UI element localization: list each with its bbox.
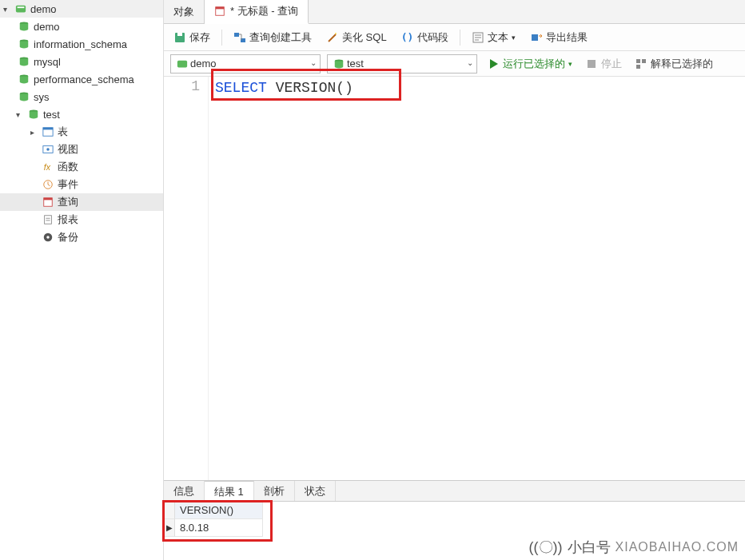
result-panel: 信息 结果 1 剖析 状态 VERSION() ▶ 8.0.18 [164,480,745,560]
backup-icon [40,232,56,243]
sql-editor[interactable]: 1 SELECT VERSION() [164,77,745,480]
database-icon [16,38,32,50]
tab-query[interactable]: * 无标题 - 查询 [205,0,309,24]
db-label: mysql [34,56,61,68]
node-label: 事件 [58,177,78,192]
sql-keyword: SELECT [215,80,267,96]
button-label: 运行已选择的 [503,57,565,71]
schema-selector[interactable]: test ⌄ [327,54,477,73]
result-tab-result1[interactable]: 结果 1 [205,481,254,502]
database-icon [16,73,32,85]
database-icon [26,109,42,120]
line-gutter: 1 [164,77,209,480]
result-tab-status[interactable]: 状态 [295,481,336,501]
query-icon [40,197,56,208]
svg-point-11 [46,148,50,151]
snippet-icon: () [401,31,414,44]
db-node-information-schema[interactable]: information_schema [0,35,163,53]
svg-rect-16 [45,216,52,224]
editor-tabs: 对象 * 无标题 - 查询 [164,0,745,24]
db-node-sys[interactable]: sys [0,88,163,105]
current-row-indicator: ▶ [164,519,175,537]
column-header[interactable]: VERSION() [175,502,263,519]
svg-rect-30 [636,59,640,63]
table-icon [40,126,56,137]
node-label: 表 [58,125,68,139]
explain-icon [635,58,647,70]
reports-node[interactable]: 报表 [0,211,163,228]
svg-rect-31 [642,59,646,63]
backups-node[interactable]: 备份 [0,228,163,246]
node-label: 视图 [58,142,78,157]
svg-rect-0 [16,6,26,13]
separator [221,30,222,46]
separator [460,30,460,46]
database-icon [331,58,347,70]
chevron-down-icon: ⌄ [310,58,317,67]
svg-point-18 [46,236,50,239]
button-label: 导出结果 [546,30,588,45]
result-grid[interactable]: VERSION() ▶ 8.0.18 [164,502,745,560]
code-area[interactable]: SELECT VERSION() [209,77,745,480]
dropdown-icon: ▾ [568,60,572,68]
svg-rect-15 [44,198,53,201]
button-label: 保存 [189,30,210,45]
svg-rect-26 [532,34,538,41]
db-label: sys [34,91,50,103]
db-label: test [43,109,60,121]
events-node[interactable]: 事件 [0,176,163,193]
chevron-down-icon[interactable]: ▾ [3,5,13,14]
save-button[interactable]: 保存 [170,29,213,46]
stop-button[interactable]: 停止 [582,55,625,73]
clock-icon [40,179,56,190]
db-label: performance_schema [34,73,134,85]
snippet-button[interactable]: () 代码段 [398,29,452,46]
text-button[interactable]: 文本 ▾ [468,29,519,46]
run-button[interactable]: 运行已选择的 ▾ [484,55,576,73]
builder-icon [233,31,246,44]
db-node-test[interactable]: ▾ test [0,105,163,123]
sql-function: VERSION() [276,80,353,96]
line-number: 1 [164,78,200,94]
db-node-demo[interactable]: demo [0,18,163,35]
chevron-down-icon: ⌄ [467,58,473,67]
connection-node[interactable]: ▾ demo [0,0,163,18]
database-icon [16,21,32,32]
sidebar: ▾ demo demo information_schema mysql per… [0,0,164,560]
result-tab-profile[interactable]: 剖析 [254,481,295,501]
svg-rect-23 [234,33,239,37]
row-handle [164,502,175,519]
node-label: 报表 [58,212,78,227]
svg-rect-22 [177,33,182,36]
tables-node[interactable]: ▸ 表 [0,123,163,141]
grid-header: VERSION() [164,502,745,519]
chevron-down-icon[interactable]: ▾ [16,110,26,119]
export-button[interactable]: 导出结果 [527,29,591,46]
button-label: 美化 SQL [342,30,387,45]
node-label: 备份 [58,230,78,244]
dropdown-icon: ▾ [512,34,516,42]
connection-icon [174,58,190,70]
database-icon [16,91,32,102]
queries-node[interactable]: 查询 [0,193,163,211]
views-node[interactable]: 视图 [0,141,163,158]
db-node-mysql[interactable]: mysql [0,53,163,70]
tab-objects[interactable]: 对象 [164,0,205,23]
button-label: 停止 [601,57,622,71]
database-selector[interactable]: demo ⌄ [170,54,321,73]
explain-button[interactable]: 解释已选择的 [631,55,716,73]
beautify-button[interactable]: 美化 SQL [323,29,390,46]
result-tab-info[interactable]: 信息 [164,481,205,501]
chevron-right-icon[interactable]: ▸ [30,128,40,137]
grid-row[interactable]: ▶ 8.0.18 [164,519,745,537]
cell-value[interactable]: 8.0.18 [175,519,263,537]
svg-rect-1 [18,6,25,8]
stop-icon [585,58,598,70]
combo-value: test [347,58,364,70]
functions-node[interactable]: fx 函数 [0,158,163,176]
db-node-performance-schema[interactable]: performance_schema [0,70,163,88]
save-icon [173,31,186,44]
query-builder-button[interactable]: 查询创建工具 [230,29,315,46]
button-label: 解释已选择的 [651,57,713,71]
button-label: 查询创建工具 [249,30,312,45]
